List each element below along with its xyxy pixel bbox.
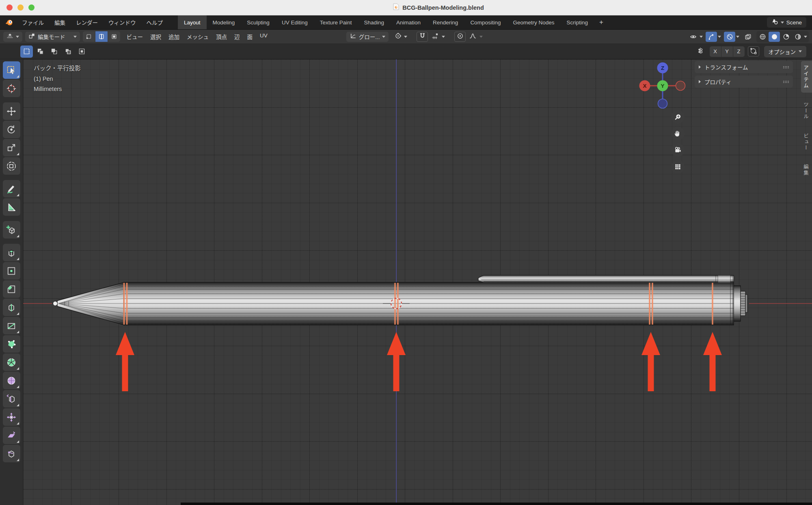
snap-target-button[interactable] [429, 32, 441, 42]
smooth-tool-button[interactable] [3, 372, 20, 389]
workspace-tab-scripting[interactable]: Scripting [560, 15, 594, 29]
viewport-3d[interactable]: バック・平行投影 (1) Pen Millimeters Z X Y [23, 59, 812, 505]
drag-dots-icon[interactable] [783, 66, 789, 69]
rip-region-tool-button[interactable] [3, 445, 20, 462]
mirror-axis-x-button[interactable]: X [710, 46, 721, 57]
viewport-menu-edge[interactable]: 辺 [231, 31, 244, 42]
viewport-menu-face[interactable]: 面 [244, 31, 257, 42]
workspace-tab-rendering[interactable]: Rendering [427, 15, 464, 29]
viewport-menu-vertex[interactable]: 頂点 [212, 31, 231, 42]
cursor-tool-button[interactable] [3, 80, 20, 97]
gizmos-toggle[interactable] [706, 32, 717, 42]
shading-material-toggle[interactable] [780, 32, 792, 42]
knife-tool-button[interactable] [3, 317, 20, 334]
chevron-down-icon[interactable] [718, 36, 721, 38]
select-mode-face-button[interactable] [108, 31, 120, 42]
mirror-button[interactable] [694, 47, 706, 56]
drag-dots-icon[interactable] [783, 80, 789, 83]
loop-cut-tool-button[interactable] [3, 299, 20, 316]
gizmo-z-negative-ball[interactable] [658, 99, 667, 108]
poly-build-tool-button[interactable] [3, 335, 20, 353]
zoom-view-button[interactable] [671, 110, 685, 124]
chevron-down-icon[interactable] [736, 36, 739, 38]
workspace-tab-animation[interactable]: Animation [390, 15, 427, 29]
chevron-down-icon[interactable] [804, 36, 807, 38]
add-workspace-button[interactable]: + [594, 18, 609, 26]
close-button[interactable] [6, 4, 13, 11]
proportional-edit-objects-button[interactable] [748, 46, 759, 56]
scale-tool-button[interactable] [3, 139, 20, 156]
menu-window[interactable]: ウィンドウ [103, 17, 141, 28]
shear-tool-button[interactable] [3, 427, 20, 444]
extrude-region-tool-button[interactable] [3, 244, 20, 261]
workspace-tab-geometry-nodes[interactable]: Geometry Nodes [507, 15, 560, 29]
viewport-menu-view[interactable]: ビュー [123, 31, 147, 42]
menu-file[interactable]: ファイル [17, 17, 49, 28]
grid-view-button[interactable] [671, 160, 685, 173]
panel-header-properties[interactable]: プロパティ [695, 76, 793, 88]
workspace-tab-texture-paint[interactable]: Texture Paint [314, 15, 358, 29]
scene-selector[interactable]: Scene [767, 17, 806, 28]
workspace-tab-layout[interactable]: Layout [178, 15, 207, 29]
viewport-menu-uv[interactable]: UV [256, 31, 271, 42]
workspace-tab-shading[interactable]: Shading [358, 15, 390, 29]
pivot-point-dropdown[interactable] [391, 32, 410, 42]
menu-help[interactable]: ヘルプ [141, 17, 168, 28]
transform-tool-button[interactable] [3, 157, 20, 175]
shrink-fatten-tool-button[interactable] [3, 408, 20, 426]
shading-rendered-toggle[interactable] [792, 32, 803, 42]
selection-extend-button[interactable] [34, 46, 47, 58]
gizmo-x-negative-ball[interactable] [676, 81, 685, 91]
camera-view-button[interactable] [671, 143, 685, 157]
add-cube-tool-button[interactable] [3, 221, 20, 238]
menu-edit[interactable]: 編集 [49, 17, 71, 28]
proportional-edit-toggle[interactable] [454, 32, 466, 42]
shading-wireframe-toggle[interactable] [757, 32, 768, 42]
visibility-toggle[interactable] [687, 32, 699, 42]
pan-view-button[interactable] [671, 127, 685, 140]
panel-header-transform[interactable]: トランスフォーム [695, 61, 793, 73]
sidebar-tab-item[interactable]: アイテム [801, 61, 812, 93]
selection-invert-button[interactable] [62, 46, 74, 58]
chevron-down-icon[interactable] [700, 36, 703, 38]
blender-logo-icon[interactable] [4, 18, 17, 27]
edge-slide-tool-button[interactable] [3, 390, 20, 407]
editor-type-button[interactable] [3, 32, 22, 42]
falloff-dropdown[interactable] [467, 32, 478, 42]
sidebar-tab-view[interactable]: ビュー [801, 129, 812, 155]
annotate-tool-button[interactable] [3, 180, 20, 197]
select-mode-vertex-button[interactable] [83, 31, 95, 42]
navigation-gizmo[interactable]: Z X Y [638, 61, 687, 110]
workspace-tab-compositing[interactable]: Compositing [464, 15, 507, 29]
rotate-tool-button[interactable] [3, 121, 20, 138]
shading-solid-toggle[interactable] [769, 32, 780, 42]
move-tool-button[interactable] [3, 102, 20, 120]
overlays-toggle[interactable] [724, 32, 735, 42]
sidebar-tab-edit[interactable]: 編集 [801, 160, 812, 180]
select-mode-edge-button[interactable] [95, 31, 108, 42]
selection-new-button[interactable] [20, 46, 33, 58]
minimize-button[interactable] [17, 4, 24, 11]
menu-render[interactable]: レンダー [71, 17, 103, 28]
bevel-tool-button[interactable] [3, 280, 20, 298]
spin-tool-button[interactable] [3, 353, 20, 371]
mode-dropdown[interactable]: 編集モード [25, 32, 80, 42]
options-dropdown[interactable]: オプション [764, 46, 807, 57]
workspace-tab-modeling[interactable]: Modeling [207, 15, 241, 29]
sidebar-tab-tool[interactable]: ツール [801, 98, 812, 124]
viewport-menu-select[interactable]: 選択 [147, 31, 165, 42]
snap-toggle-button[interactable] [417, 32, 428, 42]
workspace-tab-sculpting[interactable]: Sculpting [241, 15, 276, 29]
mirror-axis-y-button[interactable]: Y [721, 46, 733, 57]
transform-orientation-dropdown[interactable]: グロー... [346, 32, 389, 42]
viewport-menu-mesh[interactable]: メッシュ [183, 31, 212, 42]
tweak-select-tool-button[interactable] [3, 61, 20, 79]
xray-toggle[interactable] [742, 32, 754, 42]
mirror-axis-z-button[interactable]: Z [733, 46, 745, 57]
fullscreen-button[interactable] [28, 4, 35, 11]
workspace-tab-uv-editing[interactable]: UV Editing [276, 15, 314, 29]
selection-subtract-button[interactable] [48, 46, 60, 58]
measure-tool-button[interactable] [3, 198, 20, 216]
selection-intersect-button[interactable] [76, 46, 88, 58]
viewport-menu-add[interactable]: 追加 [165, 31, 183, 42]
